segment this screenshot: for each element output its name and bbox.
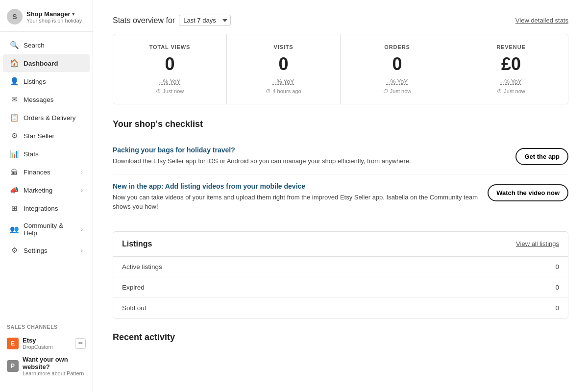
listing-label-expired: Expired xyxy=(122,284,145,291)
stat-value-total-views: 0 xyxy=(121,54,219,74)
finances-icon: 🏛 xyxy=(10,168,19,176)
listings-rows: Active listings 0 Expired 0 Sold out 0 xyxy=(113,257,568,318)
sidebar-item-dashboard[interactable]: 🏠 Dashboard xyxy=(3,54,90,72)
sidebar-item-settings[interactable]: ⚙ Settings › xyxy=(3,242,90,259)
checklist-title: Your shop's checklist xyxy=(113,119,568,129)
stat-value-orders: 0 xyxy=(348,54,446,74)
etsy-channel-edit-button[interactable]: ✏ xyxy=(75,338,86,349)
sidebar-item-label-messages: Messages xyxy=(24,96,83,103)
stat-label-total-views: TOTAL VIEWS xyxy=(121,44,219,50)
clock-icon: ⏱ xyxy=(266,88,271,94)
dropdown-arrow-icon: ▾ xyxy=(72,11,74,17)
sidebar-item-label-stats: Stats xyxy=(24,150,83,158)
listing-row-sold-out: Sold out 0 xyxy=(113,298,568,318)
marketing-icon: 📣 xyxy=(10,186,19,195)
checklist-section: Your shop's checklist Packing your bags … xyxy=(113,119,568,220)
checklist-btn-holiday-travel[interactable]: Get the app xyxy=(515,148,568,165)
shop-manager-row[interactable]: S Shop Manager ▾ Your shop is on holiday xyxy=(7,9,86,24)
sidebar-item-label-marketing: Marketing xyxy=(24,187,76,194)
view-all-listings-link[interactable]: View all listings xyxy=(516,240,559,247)
sidebar-item-label-settings: Settings xyxy=(24,247,76,254)
stats-grid: TOTAL VIEWS 0 --% YoY ⏱ Just now VISITS … xyxy=(113,34,568,104)
main-content: Stats overview for Last 7 days Last 30 d… xyxy=(93,0,588,392)
stat-time-text-visits: 4 hours ago xyxy=(272,88,301,94)
pattern-channel-info: Want your own website? Learn more about … xyxy=(23,356,86,376)
stat-time-text-total-views: Just now xyxy=(163,88,184,94)
listing-row-active: Active listings 0 xyxy=(113,257,568,277)
shop-manager-text: Shop Manager ▾ Your shop is on holiday xyxy=(26,10,82,24)
sidebar-item-messages[interactable]: ✉ Messages xyxy=(3,91,90,108)
pattern-channel[interactable]: P Want your own website? Learn more abou… xyxy=(7,353,86,379)
stats-overview-label: Stats overview for xyxy=(113,16,175,25)
stat-time-text-orders: Just now xyxy=(390,88,411,94)
finances-arrow-icon: › xyxy=(81,169,83,175)
checklist-item-title-listing-videos: New in the app: Add listing videos from … xyxy=(113,182,478,190)
checklist-btn-listing-videos[interactable]: Watch the video now xyxy=(488,184,568,201)
listings-section: Listings View all listings Active listin… xyxy=(113,231,568,318)
sidebar-item-integrations[interactable]: ⊞ Integrations xyxy=(3,199,90,217)
sales-channels-label: SALES CHANNELS xyxy=(7,324,86,330)
sidebar-item-finances[interactable]: 🏛 Finances › xyxy=(3,163,90,181)
sidebar-item-stats[interactable]: 📊 Stats xyxy=(3,145,90,163)
integrations-icon: ⊞ xyxy=(10,204,19,213)
sidebar-item-label-search: Search xyxy=(24,42,83,49)
stat-label-visits: VISITS xyxy=(235,44,332,50)
pattern-channel-name: Want your own website? xyxy=(23,356,86,370)
sidebar-item-label-integrations: Integrations xyxy=(24,205,83,212)
marketing-arrow-icon: › xyxy=(81,187,83,193)
stat-yoy-visits: --% YoY xyxy=(235,78,332,85)
pattern-channel-icon: P xyxy=(7,360,19,372)
settings-icon: ⚙ xyxy=(10,246,19,255)
stat-time-revenue: ⏱ Just now xyxy=(462,88,560,94)
etsy-channel-sub: DropCustom xyxy=(23,344,71,350)
sidebar-item-label-dashboard: Dashboard xyxy=(24,60,83,67)
checklist-text-listing-videos: New in the app: Add listing videos from … xyxy=(113,182,478,212)
listing-row-expired: Expired 0 xyxy=(113,277,568,298)
sidebar-item-label-community: Community & Help xyxy=(24,222,76,237)
recent-activity-title: Recent activity xyxy=(113,332,568,343)
sidebar-header: S Shop Manager ▾ Your shop is on holiday xyxy=(0,0,93,32)
sales-channels-section: SALES CHANNELS E Etsy DropCustom ✏ P Wan… xyxy=(0,319,93,382)
stat-time-visits: ⏱ 4 hours ago xyxy=(235,88,332,94)
sidebar-item-label-orders: Orders & Delivery xyxy=(24,114,83,122)
checklist-item-desc-listing-videos: Now you can take videos of your items an… xyxy=(113,193,478,212)
stat-time-total-views: ⏱ Just now xyxy=(121,88,219,94)
checklist-item-desc-holiday-travel: Download the Etsy Seller app for iOS or … xyxy=(113,156,506,166)
sidebar-item-orders[interactable]: 📋 Orders & Delivery xyxy=(3,109,90,126)
search-icon: 🔍 xyxy=(10,41,19,49)
stat-card-total-views: TOTAL VIEWS 0 --% YoY ⏱ Just now xyxy=(113,34,227,104)
sidebar-item-listings[interactable]: 👤 Listings xyxy=(3,73,90,90)
stat-time-orders: ⏱ Just now xyxy=(348,88,446,94)
sidebar: S Shop Manager ▾ Your shop is on holiday… xyxy=(0,0,93,392)
sidebar-item-label-listings: Listings xyxy=(24,78,83,85)
sidebar-item-star-seller[interactable]: ⚙ Star Seller xyxy=(3,127,90,145)
shop-avatar: S xyxy=(7,9,23,24)
checklist-item-listing-videos: New in the app: Add listing videos from … xyxy=(113,174,568,220)
shop-manager-title[interactable]: Shop Manager ▾ xyxy=(26,10,82,18)
star-seller-icon: ⚙ xyxy=(10,131,19,140)
checklist-list: Packing your bags for holiday travel? Do… xyxy=(113,138,568,220)
etsy-channel-icon: E xyxy=(7,338,19,349)
checklist-item-holiday-travel: Packing your bags for holiday travel? Do… xyxy=(113,138,568,174)
etsy-channel-name: Etsy xyxy=(23,337,71,344)
community-arrow-icon: › xyxy=(81,226,83,232)
stat-yoy-total-views: --% YoY xyxy=(121,78,219,85)
sidebar-item-search[interactable]: 🔍 Search xyxy=(3,36,90,54)
sidebar-item-marketing[interactable]: 📣 Marketing › xyxy=(3,181,90,199)
stat-value-revenue: £0 xyxy=(462,54,560,74)
sidebar-item-community[interactable]: 👥 Community & Help › xyxy=(3,218,90,241)
listing-label-sold-out: Sold out xyxy=(122,304,147,312)
stat-value-visits: 0 xyxy=(235,54,332,74)
messages-icon: ✉ xyxy=(10,95,19,104)
stat-yoy-revenue: --% YoY xyxy=(462,78,560,85)
stat-card-visits: VISITS 0 --% YoY ⏱ 4 hours ago xyxy=(227,34,341,104)
etsy-channel[interactable]: E Etsy DropCustom ✏ xyxy=(7,334,86,353)
view-detailed-stats-link[interactable]: View detailed stats xyxy=(515,17,568,24)
stats-period-select[interactable]: Last 7 days Last 30 days Last 90 days xyxy=(179,15,231,26)
stats-title-row: Stats overview for Last 7 days Last 30 d… xyxy=(113,15,231,26)
listings-icon: 👤 xyxy=(10,77,19,86)
stats-header: Stats overview for Last 7 days Last 30 d… xyxy=(113,15,568,26)
clock-icon: ⏱ xyxy=(156,88,161,94)
sidebar-nav: 🔍 Search 🏠 Dashboard 👤 Listings ✉ Messag… xyxy=(0,32,93,319)
stat-label-orders: ORDERS xyxy=(348,44,446,50)
